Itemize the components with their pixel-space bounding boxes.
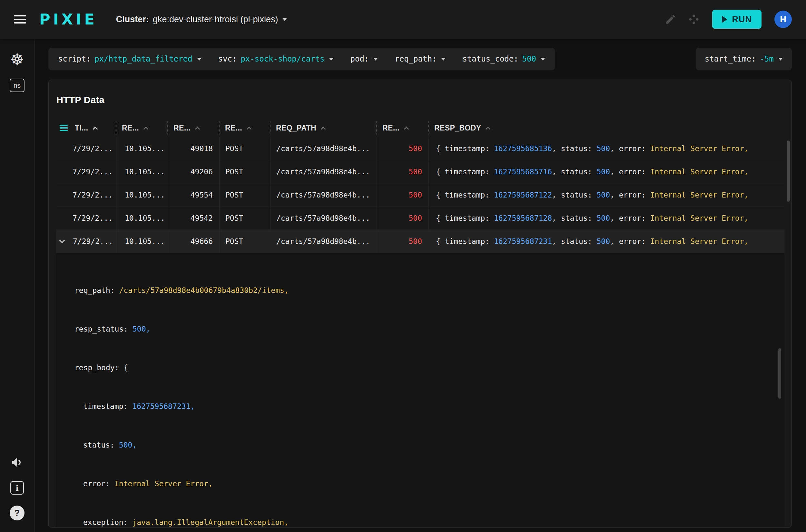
top-bar: PIXIE Cluster: gke:dev-cluster-htroisi (… (0, 0, 806, 39)
sort-asc-icon (93, 126, 98, 131)
header-label: RE... (173, 124, 190, 132)
table-row[interactable]: 7/29/2... 10.105... 49542 POST /carts/57… (56, 207, 784, 230)
sort-icon (144, 126, 149, 131)
chevron-down-icon (373, 58, 378, 61)
cell-resp-body: { timestamp: 1627595687122, status: 500,… (429, 183, 784, 206)
script-selector[interactable]: script: px/http_data_filtered (58, 55, 202, 63)
cell-req-path: /carts/57a98d98e4b... (270, 160, 377, 183)
chevron-down-icon (197, 58, 202, 61)
pixie-logo[interactable]: PIXIE (39, 11, 97, 28)
column-header-resp-status[interactable]: RE... (377, 119, 429, 137)
help-icon[interactable]: ? (10, 506, 24, 520)
cell-time: 7/29/2... (56, 183, 116, 206)
namespace-icon[interactable]: ns (10, 79, 24, 92)
cell-remote-addr: 10.105... (116, 230, 168, 253)
cell-req-path: /carts/57a98d98e4b... (270, 207, 377, 229)
chevron-down-icon (282, 18, 287, 21)
header-label: REQ_PATH (276, 124, 316, 132)
avatar[interactable]: H (774, 11, 792, 28)
table-row-expanded[interactable]: 7/29/2... 10.105... 49666 POST /carts/57… (56, 230, 784, 253)
sidebar: ☸ ns i ? (0, 39, 35, 532)
chevron-down-icon (329, 58, 333, 61)
header-label: TI... (75, 124, 88, 132)
play-icon (722, 16, 727, 23)
cell-time: 7/29/2... (56, 207, 116, 229)
filter-value: -5m (760, 55, 774, 63)
run-label: RUN (732, 15, 752, 24)
shortcuts-icon[interactable] (687, 12, 701, 27)
header-label: RE... (225, 124, 242, 132)
header-label: RE... (122, 124, 139, 132)
column-header-remote-port[interactable]: RE... (168, 119, 219, 137)
cell-req-path: /carts/57a98d98e4b... (270, 230, 377, 253)
column-header-time[interactable]: TI... (56, 119, 116, 137)
table-menu-icon[interactable] (60, 123, 68, 133)
info-icon[interactable]: i (10, 481, 24, 495)
run-button[interactable]: RUN (712, 10, 762, 29)
cell-remote-port: 49018 (168, 137, 219, 160)
cell-remote-addr: 10.105... (116, 137, 168, 160)
cell-time: 7/29/2... (56, 230, 116, 253)
cell-resp-status: 500 (377, 230, 429, 253)
detail-line: resp_body: { (74, 361, 784, 374)
script-breadcrumbs: script: px/http_data_filtered svc: px-so… (48, 48, 555, 70)
table-row[interactable]: 7/29/2... 10.105... 49554 POST /carts/57… (56, 183, 784, 207)
filter-key: status_code: (462, 55, 518, 63)
start-time-selector[interactable]: start_time: -5m (696, 48, 792, 70)
req-path-selector[interactable]: req_path: (395, 55, 446, 63)
cell-resp-status: 500 (377, 183, 429, 206)
edit-script-icon[interactable] (663, 12, 678, 27)
cell-remote-addr: 10.105... (116, 207, 168, 229)
filter-value: 500 (522, 55, 536, 63)
sidebar-bottom-icons: i ? (10, 456, 24, 520)
cell-resp-status: 500 (377, 137, 429, 160)
cluster-selector[interactable]: Cluster: gke:dev-cluster-htroisi (pl-pix… (116, 15, 287, 24)
cell-req-path: /carts/57a98d98e4b... (270, 137, 377, 160)
header-label: RESP_BODY (434, 124, 481, 132)
column-header-req-method[interactable]: RE... (219, 119, 270, 137)
cell-resp-body: { timestamp: 1627595685136, status: 500,… (429, 137, 784, 160)
http-data-panel: HTTP Data TI... RE... RE... RE... (48, 80, 792, 528)
cell-req-method: POST (219, 230, 270, 253)
detail-scrollbar-thumb[interactable] (778, 348, 781, 399)
detail-line: req_path: /carts/57a98d98e4b00679b4a830b… (74, 284, 784, 297)
status-code-selector[interactable]: status_code: 500 (462, 55, 545, 63)
column-header-req-path[interactable]: REQ_PATH (270, 119, 377, 137)
table-row[interactable]: 7/29/2... 10.105... 49018 POST /carts/57… (56, 137, 784, 160)
announcements-icon[interactable] (11, 456, 23, 470)
column-header-remote-addr[interactable]: RE... (116, 119, 168, 137)
vertical-scrollbar-thumb[interactable] (787, 140, 790, 202)
cell-resp-status: 500 (377, 160, 429, 183)
svc-selector[interactable]: svc: px-sock-shop/carts (218, 55, 334, 63)
table-header: TI... RE... RE... RE... REQ_PATH (56, 119, 784, 137)
cell-remote-port: 49666 (168, 230, 219, 253)
cell-req-method: POST (219, 183, 270, 206)
table-row[interactable]: 7/29/2... 10.105... 49206 POST /carts/57… (56, 160, 784, 183)
chevron-down-icon (778, 58, 783, 61)
detail-line: error: Internal Server Error, (74, 477, 784, 490)
app-body: ☸ ns i ? script: px/http_data_filtered (0, 39, 806, 532)
cell-remote-port: 49542 (168, 207, 219, 229)
filter-key: script: (58, 55, 91, 63)
filter-row: script: px/http_data_filtered svc: px-so… (48, 48, 792, 70)
header-label: RE... (382, 124, 399, 132)
kubernetes-wheel-icon[interactable]: ☸ (10, 52, 24, 67)
cell-time: 7/29/2... (56, 160, 116, 183)
sort-icon (404, 126, 409, 131)
sidebar-top-icons: ☸ ns (10, 52, 24, 92)
cell-remote-addr: 10.105... (116, 183, 168, 206)
filter-key: svc: (218, 55, 237, 63)
cell-remote-port: 49206 (168, 160, 219, 183)
cell-req-path: /carts/57a98d98e4b... (270, 183, 377, 206)
detail-line: resp_status: 500, (74, 323, 784, 336)
cell-resp-body: { timestamp: 1627595687128, status: 500,… (429, 207, 784, 229)
cell-resp-status: 500 (377, 207, 429, 229)
filter-value: px/http_data_filtered (94, 55, 192, 63)
detail-line: status: 500, (74, 439, 784, 452)
cluster-label: Cluster: (116, 15, 149, 24)
column-header-resp-body[interactable]: RESP_BODY (429, 119, 784, 137)
cell-remote-port: 49554 (168, 183, 219, 206)
filter-key: start_time: (705, 55, 756, 63)
pod-selector[interactable]: pod: (350, 55, 378, 63)
menu-icon[interactable] (14, 13, 26, 26)
